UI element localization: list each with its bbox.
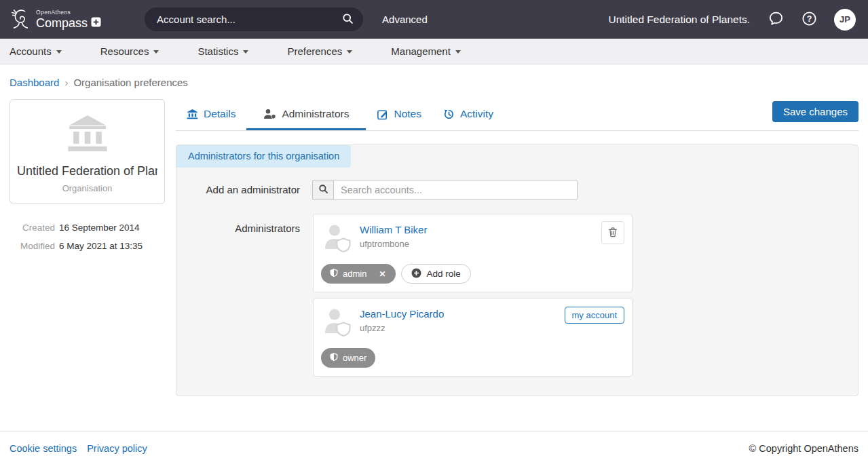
footer: Cookie settings Privacy policy © Copyrig… [0,432,868,454]
modified-label: Modified [10,241,55,251]
shield-icon [330,269,338,280]
chevron-down-icon [347,50,352,54]
chevron-down-icon [153,50,159,54]
openathens-owl-icon [10,6,31,33]
menu-statistics[interactable]: Statistics [197,45,248,57]
tab-administrators-label: Administrators [282,108,349,120]
copyright-text: © Copyright OpenAthens [749,443,858,454]
menu-preferences[interactable]: Preferences [287,45,352,57]
created-value: 16 September 2014 [59,223,140,233]
modified-value: 6 May 2021 at 13:35 [59,241,143,251]
organisation-type: Organisation [17,183,157,193]
organisation-card: Untitled Federation of Plan... Organisat… [10,99,165,204]
add-role-button[interactable]: Add role [401,264,470,284]
panel-header-tab[interactable]: Administrators for this organisation [176,145,351,168]
note-pencil-icon [377,109,388,120]
tabs-bar: Details Administrators [176,99,858,131]
menu-resources[interactable]: Resources [100,45,159,57]
account-search-button[interactable] [337,10,359,29]
user-avatar[interactable]: JP [834,9,856,31]
federation-name: Untitled Federation of Planets. [608,14,750,26]
breadcrumb: Dashboard › Organisation preferences [0,64,868,99]
role-label: owner [343,353,366,363]
chevron-down-icon [243,50,248,54]
tab-details[interactable]: Details [176,99,246,130]
chevron-down-icon [455,50,461,54]
tab-activity-label: Activity [460,108,493,120]
shield-icon [330,353,338,364]
created-label: Created [10,223,55,233]
menu-preferences-label: Preferences [287,45,342,57]
admin-card: Jean-Lucy Picardo ufpzzz my account [313,298,633,377]
brand-wordmark: OpenAthens Compass [36,9,101,29]
organisation-meta: Created 16 September 2014 Modified 6 May… [10,223,165,251]
avatar-placeholder-icon [321,305,352,339]
history-icon [443,109,455,120]
administrators-label: Administrators [176,214,300,382]
tab-details-label: Details [204,108,235,120]
admin-username: ufptrombone [360,239,427,249]
tab-notes[interactable]: Notes [366,99,432,130]
trash-icon [607,227,618,239]
add-administrator-search-group [312,180,578,200]
search-icon [318,184,328,197]
search-addon-button[interactable] [312,180,333,200]
person-shield-icon [263,109,276,119]
menu-accounts-label: Accounts [10,45,52,57]
help-button[interactable]: ? [801,10,818,29]
breadcrumb-current: Organisation preferences [73,77,187,88]
search-icon [342,13,354,26]
add-administrator-label: Add an administrator [176,180,300,200]
account-search-input[interactable] [157,14,337,25]
admin-username: ufpzzz [360,323,444,333]
menu-resources-label: Resources [100,45,149,57]
role-label: admin [343,269,366,279]
role-pill-owner: owner [321,348,375,368]
plus-circle-icon [411,268,421,280]
feedback-button[interactable] [768,10,785,29]
administrators-panel: Administrators for this organisation Add… [176,145,858,396]
advanced-search-link[interactable]: Advanced [382,14,428,25]
brand-openathens-label: OpenAthens [36,9,101,16]
plus-badge-icon [91,17,101,29]
bank-icon [187,109,198,119]
privacy-policy-link[interactable]: Privacy policy [87,443,147,454]
admin-name-link[interactable]: Jean-Lucy Picardo [360,308,444,320]
bank-icon [65,143,110,155]
admin-name-link[interactable]: William T Biker [360,224,427,235]
brand-logo[interactable]: OpenAthens Compass [10,6,101,33]
remove-role-button[interactable]: ✕ [377,269,387,279]
menu-statistics-label: Statistics [197,45,238,57]
role-pill-admin: admin ✕ [321,264,396,284]
organisation-title: Untitled Federation of Plan... [17,164,157,178]
add-role-label: Add role [426,269,460,279]
avatar-placeholder-icon [321,221,352,255]
brand-compass-label: Compass [36,17,88,29]
topbar: OpenAthens Compass Advanc [0,0,868,39]
help-circle-icon: ? [801,10,818,29]
breadcrumb-dashboard-link[interactable]: Dashboard [10,77,59,88]
menu-management-label: Management [391,45,451,57]
delete-admin-button[interactable] [601,221,624,244]
admin-card: William T Biker ufptrombone [313,214,633,292]
svg-text:?: ? [807,14,812,23]
main-menu: Accounts Resources Statistics Preference… [0,39,868,64]
chat-bubble-icon [768,10,785,29]
my-account-badge: my account [565,307,624,324]
menu-management[interactable]: Management [391,45,461,57]
save-changes-button[interactable]: Save changes [772,101,858,122]
tab-notes-label: Notes [394,108,421,120]
menu-accounts[interactable]: Accounts [10,45,62,57]
cookie-settings-link[interactable]: Cookie settings [10,443,77,454]
tab-administrators[interactable]: Administrators [246,99,366,130]
search-accounts-input[interactable] [333,180,578,200]
chevron-down-icon [56,50,62,54]
tab-activity[interactable]: Activity [432,99,504,130]
account-search-box [145,7,363,31]
breadcrumb-separator: › [64,77,68,88]
